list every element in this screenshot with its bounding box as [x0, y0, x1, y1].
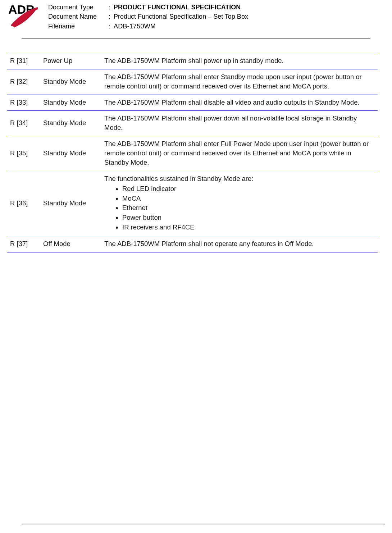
- req-id: R [31]: [7, 53, 40, 69]
- req-desc-list: Red LED indicatorMoCAEthernetPower butto…: [104, 184, 375, 232]
- table-row: R [33]Standby ModeThe ADB-1750WM Platfor…: [7, 95, 378, 111]
- table-row: R [32]Standby ModeThe ADB-1750WM Platfor…: [7, 69, 378, 95]
- adb-logo: ADB: [7, 3, 42, 29]
- meta-label: Document Type: [48, 3, 109, 12]
- req-id: R [32]: [7, 69, 40, 95]
- req-category: Power Up: [40, 53, 101, 69]
- meta-label: Document Name: [48, 12, 109, 21]
- req-category: Standby Mode: [40, 136, 101, 171]
- meta-row-doc-type: Document Type : PRODUCT FUNCTIONAL SPECI…: [48, 3, 248, 12]
- requirements-table: R [31]Power UpThe ADB-1750WM Platform sh…: [7, 53, 378, 252]
- list-item: Red LED indicator: [122, 184, 375, 194]
- table-row: R [36]Standby ModeThe functionalities su…: [7, 171, 378, 236]
- req-id: R [37]: [7, 236, 40, 252]
- meta-row-doc-name: Document Name : Product Functional Speci…: [48, 12, 248, 21]
- req-category: Standby Mode: [40, 95, 101, 111]
- req-description: The ADB-1750WM Platform shall not operat…: [101, 236, 378, 252]
- req-desc-intro: The functionalities sustained in Standby…: [104, 174, 375, 183]
- req-id: R [33]: [7, 95, 40, 111]
- req-id: R [34]: [7, 111, 40, 136]
- meta-colon: :: [109, 12, 114, 21]
- document-header: ADB Document Type : PRODUCT FUNCTIONAL S…: [7, 3, 385, 37]
- table-row: R [34]Standby ModeThe ADB-1750WM Platfor…: [7, 111, 378, 136]
- list-item: MoCA: [122, 194, 375, 204]
- meta-row-filename: Filename : ADB-1750WM: [48, 22, 248, 31]
- meta-colon: :: [109, 22, 114, 31]
- req-description: The ADB-1750WM Platform shall disable al…: [101, 95, 378, 111]
- document-meta: Document Type : PRODUCT FUNCTIONAL SPECI…: [48, 3, 248, 31]
- req-category: Standby Mode: [40, 69, 101, 95]
- list-item: Ethernet: [122, 203, 375, 213]
- req-description: The ADB-1750WM Platform shall power down…: [101, 111, 378, 136]
- meta-value-filename: ADB-1750WM: [114, 22, 156, 31]
- list-item: IR receivers and RF4CE: [122, 223, 375, 232]
- req-description: The ADB-1750WM Platform shall enter Stan…: [101, 69, 378, 95]
- footer-divider: [22, 524, 385, 524]
- table-row: R [35]Standby ModeThe ADB-1750WM Platfor…: [7, 136, 378, 171]
- meta-value-doc-type: PRODUCT FUNCTIONAL SPECIFICATION: [114, 3, 241, 12]
- req-description: The functionalities sustained in Standby…: [101, 171, 378, 236]
- req-category: Standby Mode: [40, 171, 101, 236]
- meta-label: Filename: [48, 22, 109, 31]
- meta-value-doc-name: Product Functional Specification – Set T…: [114, 12, 248, 21]
- meta-colon: :: [109, 3, 114, 12]
- req-category: Standby Mode: [40, 111, 101, 136]
- table-row: R [37]Off ModeThe ADB-1750WM Platform sh…: [7, 236, 378, 252]
- req-id: R [35]: [7, 136, 40, 171]
- req-category: Off Mode: [40, 236, 101, 252]
- req-description: The ADB-1750WM Platform shall enter Full…: [101, 136, 378, 171]
- table-row: R [31]Power UpThe ADB-1750WM Platform sh…: [7, 53, 378, 69]
- req-id: R [36]: [7, 171, 40, 236]
- requirements-section: R [31]Power UpThe ADB-1750WM Platform sh…: [7, 39, 385, 252]
- list-item: Power button: [122, 213, 375, 223]
- req-description: The ADB-1750WM Platform shall power up i…: [101, 53, 378, 69]
